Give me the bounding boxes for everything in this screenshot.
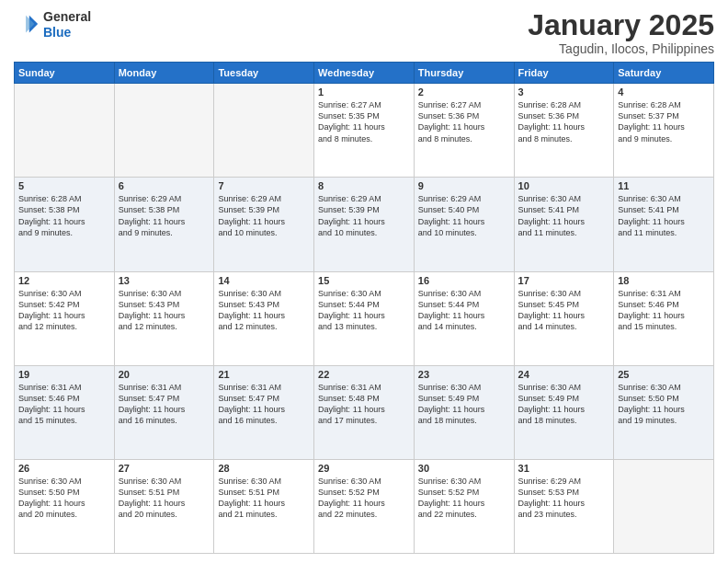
day-info: Sunrise: 6:30 AM Sunset: 5:51 PM Dayligh…: [119, 476, 210, 521]
day-number: 20: [119, 369, 210, 380]
day-info: Sunrise: 6:30 AM Sunset: 5:50 PM Dayligh…: [618, 382, 710, 427]
header-saturday: Saturday: [614, 63, 714, 84]
logo-icon: [14, 12, 40, 38]
table-row: 17Sunrise: 6:30 AM Sunset: 5:45 PM Dayli…: [514, 271, 614, 365]
day-info: Sunrise: 6:29 AM Sunset: 5:39 PM Dayligh…: [218, 193, 310, 238]
table-row: 3Sunrise: 6:28 AM Sunset: 5:36 PM Daylig…: [514, 84, 614, 178]
table-row: [114, 84, 214, 178]
day-info: Sunrise: 6:28 AM Sunset: 5:36 PM Dayligh…: [518, 99, 610, 144]
day-number: 12: [18, 275, 110, 286]
day-info: Sunrise: 6:31 AM Sunset: 5:46 PM Dayligh…: [618, 288, 710, 333]
day-number: 29: [318, 463, 410, 474]
table-row: 5Sunrise: 6:28 AM Sunset: 5:38 PM Daylig…: [15, 178, 115, 271]
header-tuesday: Tuesday: [214, 63, 314, 84]
day-number: 3: [518, 86, 610, 98]
table-row: 25Sunrise: 6:30 AM Sunset: 5:50 PM Dayli…: [614, 365, 714, 459]
table-row: 9Sunrise: 6:29 AM Sunset: 5:40 PM Daylig…: [414, 178, 514, 271]
table-row: 11Sunrise: 6:30 AM Sunset: 5:41 PM Dayli…: [614, 178, 714, 271]
logo-text: General Blue: [43, 9, 91, 40]
day-info: Sunrise: 6:30 AM Sunset: 5:52 PM Dayligh…: [318, 476, 410, 521]
day-info: Sunrise: 6:30 AM Sunset: 5:42 PM Dayligh…: [18, 288, 110, 333]
table-row: [614, 459, 714, 553]
day-info: Sunrise: 6:30 AM Sunset: 5:49 PM Dayligh…: [518, 382, 610, 427]
table-row: 20Sunrise: 6:31 AM Sunset: 5:47 PM Dayli…: [114, 365, 214, 459]
calendar-subtitle: Tagudin, Ilocos, Philippines: [528, 41, 714, 56]
day-number: 17: [518, 275, 610, 286]
table-row: 16Sunrise: 6:30 AM Sunset: 5:44 PM Dayli…: [414, 271, 514, 365]
table-row: [15, 84, 115, 178]
day-number: 11: [618, 180, 710, 191]
day-number: 2: [418, 86, 510, 98]
day-info: Sunrise: 6:30 AM Sunset: 5:41 PM Dayligh…: [618, 193, 710, 238]
day-number: 10: [518, 180, 610, 191]
day-info: Sunrise: 6:30 AM Sunset: 5:50 PM Dayligh…: [18, 476, 110, 521]
day-number: 16: [418, 275, 510, 286]
day-info: Sunrise: 6:30 AM Sunset: 5:44 PM Dayligh…: [418, 288, 510, 333]
header-row: Sunday Monday Tuesday Wednesday Thursday…: [15, 63, 714, 84]
day-info: Sunrise: 6:30 AM Sunset: 5:43 PM Dayligh…: [119, 288, 210, 333]
table-row: 15Sunrise: 6:30 AM Sunset: 5:44 PM Dayli…: [314, 271, 415, 365]
day-number: 6: [119, 180, 210, 191]
table-row: 22Sunrise: 6:31 AM Sunset: 5:48 PM Dayli…: [314, 365, 415, 459]
title-section: January 2025 Tagudin, Ilocos, Philippine…: [528, 9, 714, 56]
day-number: 1: [318, 86, 410, 98]
day-info: Sunrise: 6:30 AM Sunset: 5:45 PM Dayligh…: [518, 288, 610, 333]
day-number: 9: [418, 180, 510, 191]
day-info: Sunrise: 6:30 AM Sunset: 5:52 PM Dayligh…: [418, 476, 510, 521]
day-number: 23: [418, 369, 510, 380]
day-info: Sunrise: 6:29 AM Sunset: 5:38 PM Dayligh…: [119, 193, 210, 238]
day-number: 8: [318, 180, 410, 191]
header-thursday: Thursday: [414, 63, 514, 84]
day-number: 4: [618, 86, 710, 98]
day-number: 13: [119, 275, 210, 286]
day-info: Sunrise: 6:30 AM Sunset: 5:51 PM Dayligh…: [218, 476, 310, 521]
table-row: 27Sunrise: 6:30 AM Sunset: 5:51 PM Dayli…: [114, 459, 214, 553]
calendar-page: General Blue January 2025 Tagudin, Iloco…: [0, 0, 728, 563]
day-info: Sunrise: 6:29 AM Sunset: 5:53 PM Dayligh…: [518, 476, 610, 521]
day-number: 25: [618, 369, 710, 380]
table-row: 12Sunrise: 6:30 AM Sunset: 5:42 PM Dayli…: [15, 271, 115, 365]
day-info: Sunrise: 6:31 AM Sunset: 5:48 PM Dayligh…: [318, 382, 410, 427]
day-number: 15: [318, 275, 410, 286]
table-row: 14Sunrise: 6:30 AM Sunset: 5:43 PM Dayli…: [214, 271, 314, 365]
day-info: Sunrise: 6:31 AM Sunset: 5:47 PM Dayligh…: [218, 382, 310, 427]
header-friday: Friday: [514, 63, 614, 84]
day-info: Sunrise: 6:31 AM Sunset: 5:46 PM Dayligh…: [18, 382, 110, 427]
day-number: 27: [119, 463, 210, 474]
day-number: 24: [518, 369, 610, 380]
day-number: 5: [18, 180, 110, 191]
table-row: 7Sunrise: 6:29 AM Sunset: 5:39 PM Daylig…: [214, 178, 314, 271]
table-row: 21Sunrise: 6:31 AM Sunset: 5:47 PM Dayli…: [214, 365, 314, 459]
day-number: 30: [418, 463, 510, 474]
logo-line1: General: [43, 9, 91, 24]
table-row: 28Sunrise: 6:30 AM Sunset: 5:51 PM Dayli…: [214, 459, 314, 553]
top-section: General Blue January 2025 Tagudin, Iloco…: [14, 9, 714, 56]
table-row: 23Sunrise: 6:30 AM Sunset: 5:49 PM Dayli…: [414, 365, 514, 459]
day-info: Sunrise: 6:30 AM Sunset: 5:49 PM Dayligh…: [418, 382, 510, 427]
table-row: 19Sunrise: 6:31 AM Sunset: 5:46 PM Dayli…: [15, 365, 115, 459]
table-row: 29Sunrise: 6:30 AM Sunset: 5:52 PM Dayli…: [314, 459, 415, 553]
calendar-title: January 2025: [528, 9, 714, 41]
day-number: 14: [218, 275, 310, 286]
table-row: 4Sunrise: 6:28 AM Sunset: 5:37 PM Daylig…: [614, 84, 714, 178]
day-number: 21: [218, 369, 310, 380]
day-info: Sunrise: 6:31 AM Sunset: 5:47 PM Dayligh…: [119, 382, 210, 427]
day-number: 22: [318, 369, 410, 380]
table-row: 2Sunrise: 6:27 AM Sunset: 5:36 PM Daylig…: [414, 84, 514, 178]
table-row: 13Sunrise: 6:30 AM Sunset: 5:43 PM Dayli…: [114, 271, 214, 365]
table-row: 1Sunrise: 6:27 AM Sunset: 5:35 PM Daylig…: [314, 84, 415, 178]
logo-line2: Blue: [43, 25, 71, 40]
day-info: Sunrise: 6:29 AM Sunset: 5:40 PM Dayligh…: [418, 193, 510, 238]
day-info: Sunrise: 6:28 AM Sunset: 5:37 PM Dayligh…: [618, 99, 710, 144]
day-number: 31: [518, 463, 610, 474]
table-row: 8Sunrise: 6:29 AM Sunset: 5:39 PM Daylig…: [314, 178, 415, 271]
day-info: Sunrise: 6:28 AM Sunset: 5:38 PM Dayligh…: [18, 193, 110, 238]
table-row: 18Sunrise: 6:31 AM Sunset: 5:46 PM Dayli…: [614, 271, 714, 365]
day-info: Sunrise: 6:29 AM Sunset: 5:39 PM Dayligh…: [318, 193, 410, 238]
day-number: 18: [618, 275, 710, 286]
table-row: 10Sunrise: 6:30 AM Sunset: 5:41 PM Dayli…: [514, 178, 614, 271]
day-info: Sunrise: 6:27 AM Sunset: 5:35 PM Dayligh…: [318, 99, 410, 144]
table-row: 26Sunrise: 6:30 AM Sunset: 5:50 PM Dayli…: [15, 459, 115, 553]
logo: General Blue: [14, 9, 91, 40]
table-row: 31Sunrise: 6:29 AM Sunset: 5:53 PM Dayli…: [514, 459, 614, 553]
